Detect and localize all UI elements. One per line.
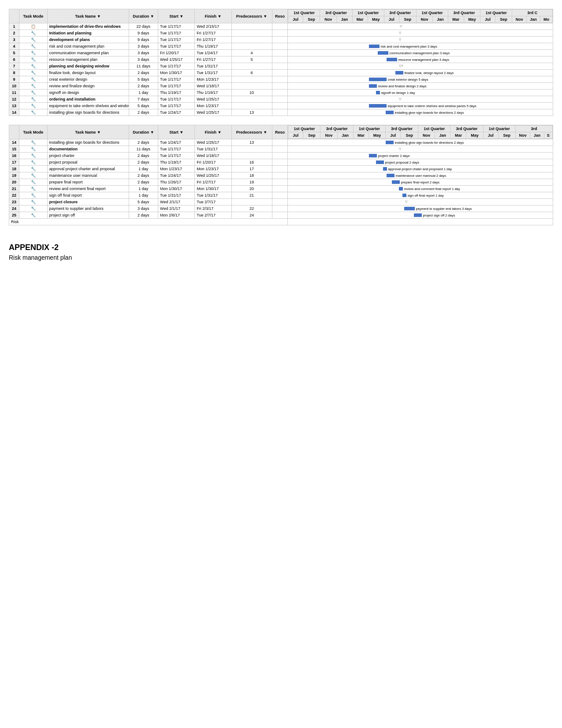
- gantt-bar-cell: communication management plan 3 days: [288, 50, 553, 56]
- start-date: Tue 1/17/17: [158, 83, 195, 90]
- table-row: 20 🔧 prepare final report 2 days Thu 1/2…: [9, 179, 553, 186]
- row-num: 14: [9, 109, 19, 116]
- resource: [272, 37, 288, 43]
- duration: 2 days: [129, 153, 158, 159]
- predecessors: 17: [231, 166, 272, 172]
- resource: [272, 90, 288, 96]
- table-row: 13 🔧 equipment to take orderm shelves an…: [9, 103, 553, 109]
- gantt-bar-cell: installing glow sign boards for directio…: [288, 139, 553, 146]
- gantt-bar-cell: sign off final report 1 day: [288, 192, 553, 199]
- task-mode-icon: 🔧: [19, 205, 47, 212]
- predecessors: [231, 153, 272, 159]
- start-date: Thu 1/19/17: [158, 159, 195, 166]
- row-num: 20: [9, 179, 19, 186]
- row-num: 25: [9, 212, 19, 219]
- finish-date: Wed 1/25/17: [195, 139, 231, 146]
- appendix-subtitle: Risk management plan: [9, 254, 553, 261]
- task-name: sign off final report: [47, 192, 129, 199]
- row-num: 10: [9, 83, 19, 90]
- row-num: 5: [9, 50, 19, 56]
- table-row: 2 🔧 Initiation and planning 9 days Tue 1…: [9, 30, 553, 37]
- finish-date: Thu 1/19/17: [195, 43, 231, 50]
- col-task-mode: Task Mode: [19, 9, 47, 23]
- duration: 11 days: [129, 63, 158, 70]
- resource: [272, 153, 288, 159]
- resource: [272, 192, 288, 199]
- duration: 1 day: [129, 192, 158, 199]
- start-date: Wed 2/1/17: [158, 199, 195, 205]
- start-date: Mon 2/6/17: [158, 212, 195, 219]
- duration: 5 days: [129, 76, 158, 83]
- start-date: Tue 1/17/17: [158, 37, 195, 43]
- resource: [272, 139, 288, 146]
- task-mode-icon: 🔧: [19, 83, 47, 90]
- resource: [272, 212, 288, 219]
- duration: 2 days: [129, 109, 158, 116]
- gantt-bar-cell: payment to supplier end labors 3 days: [288, 205, 553, 212]
- gantt-bar-cell: approval project chater and proposed 1 d…: [288, 166, 553, 172]
- gantt-bar-cell: risk and cost management plan 3 days: [288, 43, 553, 50]
- start-date: Tue 1/17/17: [158, 103, 195, 109]
- col-pred: Predecessors ▼: [231, 9, 272, 23]
- predecessors: [231, 199, 272, 205]
- resource: [272, 186, 288, 192]
- task-mode-icon: 🔧: [19, 146, 47, 153]
- table-row: 9 🔧 creat exeterior design 5 days Tue 1/…: [9, 76, 553, 83]
- resource: [272, 199, 288, 205]
- duration: 7 days: [129, 96, 158, 103]
- task-name: maintenance user mannual: [47, 172, 129, 179]
- predecessors: 22: [231, 205, 272, 212]
- gantt-bar-cell: review and finalize design 2 days: [288, 83, 553, 90]
- col-duration: Duration ▼: [129, 9, 158, 23]
- row-num: 22: [9, 192, 19, 199]
- duration: 2 days: [129, 159, 158, 166]
- finish-date: Wed 1/25/17: [195, 172, 231, 179]
- gantt-bar-cell: project proposal 2 days: [288, 159, 553, 166]
- start-date: Mon 1/23/17: [158, 166, 195, 172]
- duration: 1 day: [129, 166, 158, 172]
- task-name: planning and designing window: [47, 63, 129, 70]
- row-num: 11: [9, 90, 19, 96]
- task-mode-icon: 🔧: [19, 186, 47, 192]
- task-name: payment to supplier and labors: [47, 205, 129, 212]
- gantt-bar-cell: maintenance user mannual 2 days: [288, 172, 553, 179]
- col-gantt-2: 1st Quarter 3rd Quarter 1st Quarter 3rd …: [288, 125, 553, 139]
- duration: 2 days: [129, 83, 158, 90]
- task-name: project closure: [47, 199, 129, 205]
- finish-date: Tue 2/7/17: [195, 212, 231, 219]
- finish-date: Fri 1/27/17: [195, 30, 231, 37]
- predecessors: [231, 30, 272, 37]
- table-row: 16 🔧 project charter 2 days Tue 1/17/17 …: [9, 153, 553, 159]
- predecessors: 13: [231, 109, 272, 116]
- row-num: 24: [9, 205, 19, 212]
- resource: [272, 63, 288, 70]
- row-num: 13: [9, 103, 19, 109]
- task-name: communication management plan: [47, 50, 129, 56]
- task-name: resource management plan: [47, 56, 129, 63]
- duration: 1 day: [129, 90, 158, 96]
- resource: [272, 56, 288, 63]
- col-pred-2: Predecessors ▼: [231, 125, 272, 139]
- table-row: 7 🔧 planning and designing window 11 day…: [9, 63, 553, 70]
- predecessors: [231, 43, 272, 50]
- task-name: review and comment final report: [47, 186, 129, 192]
- col-num-2: [9, 125, 19, 139]
- row-num: 2: [9, 30, 19, 37]
- start-date: Tue 1/24/17: [158, 172, 195, 179]
- finish-date: Fri 2/3/17: [195, 205, 231, 212]
- table-row: 23 🔧 project closure 5 days Wed 2/1/17 T…: [9, 199, 553, 205]
- start-date: Tue 1/17/17: [158, 76, 195, 83]
- predecessors: [231, 83, 272, 90]
- start-date: Tue 1/24/17: [158, 139, 195, 146]
- table-row: 15 🔧 documentation 11 days Tue 1/17/17 T…: [9, 146, 553, 153]
- predecessors: 19: [231, 179, 272, 186]
- task-mode-icon: 🔧: [19, 172, 47, 179]
- duration: 3 days: [129, 50, 158, 56]
- task-name: implementation of drive-thru windows: [47, 23, 129, 30]
- table-row: 24 🔧 payment to supplier and labors 3 da…: [9, 205, 553, 212]
- task-mode-icon: 🔧: [19, 153, 47, 159]
- finish-date: Wed 1/25/17: [195, 96, 231, 103]
- finish-date: Tue 1/31/17: [195, 70, 231, 76]
- task-mode-icon: 🔧: [19, 179, 47, 186]
- gantt-bar-cell: project charter 2 days: [288, 153, 553, 159]
